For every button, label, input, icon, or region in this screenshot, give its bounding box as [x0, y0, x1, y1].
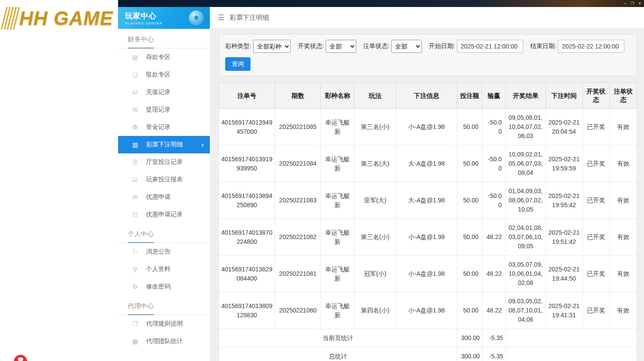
sidebar-section-title: 个人中心 — [118, 223, 210, 243]
summary-row: 当前页统计300.00-5.35 — [219, 329, 637, 347]
sidebar-item-label: 提现记录 — [146, 106, 171, 114]
brand-logo: HH GAME — [3, 7, 113, 30]
page-title: 彩票下注明细 — [230, 14, 269, 22]
end-date-label: 结束日期: — [530, 42, 557, 50]
sidebar-item-promo-apply[interactable]: ✉优惠申请 — [118, 188, 210, 206]
lottery-type-filter: 彩种类型: 全部彩种 — [225, 40, 291, 53]
table-cell: 亚军(大) — [354, 182, 396, 219]
start-date-input[interactable] — [457, 40, 523, 53]
table-cell: 48.22 — [482, 256, 506, 292]
table-cell: 50.00 — [457, 109, 482, 146]
menu-toggle-icon[interactable]: ☰ — [218, 13, 224, 22]
column-header: 玩法 — [354, 83, 396, 109]
table-cell: 幸运飞艇新 — [321, 219, 354, 256]
table-cell: 48.22 — [482, 219, 506, 256]
table-cell: 已开奖 — [582, 109, 609, 146]
table-cell: 已开奖 — [582, 219, 609, 256]
table-cell: 小-A盘@1.98 — [396, 292, 457, 329]
table-cell: 冠军(小) — [354, 256, 396, 292]
summary-cell: 总统计 — [219, 347, 457, 361]
main-content: ☰ 彩票下注明细 彩种类型: 全部彩种 开奖状态: 全部 — [210, 7, 644, 361]
logo-panel: HH GAME — [0, 0, 118, 361]
sidebar-item-label: 优惠申请 — [146, 193, 171, 201]
sidebar-item-deposit-zone[interactable]: ▤存款专区 — [118, 49, 210, 66]
table-row: 40156917401380912983020250221080幸运飞艇新第四名… — [219, 292, 637, 329]
maximize-icon[interactable]: ❐ — [630, 1, 634, 6]
withdraw-icon: ❏ — [131, 71, 139, 78]
table-cell: 2025-02-21 19:55:42 — [546, 182, 582, 219]
table-header-row: 注单号期数彩种名称玩法下注信息投注额输赢开奖结果下注时间开奖状态注单状态 — [219, 83, 637, 109]
filter-actions-row: 查询 — [225, 57, 630, 71]
floating-service-icon[interactable] — [14, 355, 27, 361]
table-cell: 401569174013870224800 — [219, 219, 275, 256]
sidebar-item-promo-apply-records[interactable]: ☷优惠申请记录 — [118, 206, 210, 223]
stats-icon: ▦ — [131, 338, 139, 345]
sidebar-item-hall-bet-records[interactable]: ☰厅室投注记录 — [118, 153, 210, 171]
hall-records-icon: ☰ — [131, 159, 139, 166]
sidebar-item-agent-team-stats[interactable]: ▦代理团队统计 — [118, 333, 210, 350]
table-cell: -50.00 — [482, 109, 506, 146]
app-root: HH GAME ─❐✕ 玩家中心 PLAYERS CENTER 财务中心▤存款专… — [0, 0, 644, 361]
sidebar-header-text: 玩家中心 PLAYERS CENTER — [125, 11, 162, 25]
sidebar-item-withdraw-zone[interactable]: ❏取款专区 — [118, 66, 210, 83]
summary-cell: 当前页统计 — [219, 329, 457, 347]
query-button[interactable]: 查询 — [225, 57, 251, 71]
document-icon: ❐ — [131, 320, 139, 327]
table-cell: 第四名(小) — [354, 292, 396, 329]
table-cell: 第三名(小) — [354, 109, 396, 146]
sidebar-item-funds-records[interactable]: ⛃资金记录 — [118, 118, 210, 136]
table-row: 40156917401387022480020250221082幸运飞艇新第三名… — [219, 219, 637, 256]
promo-icon: ✉ — [131, 194, 139, 201]
summary-cell: 300.00 — [457, 329, 482, 347]
table-cell: 幸运飞艇新 — [321, 256, 354, 292]
column-header: 输赢 — [482, 83, 506, 109]
table-cell: 已开奖 — [582, 182, 609, 219]
table-cell: 有效 — [609, 219, 637, 256]
draw-status-select[interactable]: 全部 — [326, 40, 356, 53]
table-cell: 03,05,07,09,10,06,01,04,02,08 — [505, 256, 546, 292]
sidebar-item-label: 资金记录 — [146, 123, 171, 131]
table-cell: 20250221081 — [275, 256, 321, 292]
sidebar-item-change-password[interactable]: ⚙修改密码 — [118, 278, 210, 295]
recharge-icon: ⛁ — [131, 89, 139, 96]
table-row: 40156917401382908440020250221081幸运飞艇新冠军(… — [219, 256, 637, 292]
promo-records-icon: ☷ — [131, 211, 139, 218]
table-cell: 401569174013809129830 — [219, 292, 275, 329]
table-cell: 20250221085 — [275, 109, 321, 146]
table-cell: 50.00 — [457, 256, 482, 292]
sidebar-item-withdrawal-records[interactable]: ✉提现记录 — [118, 101, 210, 118]
table-cell: 20250221082 — [275, 219, 321, 256]
table-cell: 401569174013919939950 — [219, 146, 275, 182]
bell-icon: ⚐ — [131, 248, 139, 255]
column-header: 开奖结果 — [505, 83, 546, 109]
lottery-type-select[interactable]: 全部彩种 — [253, 40, 291, 53]
players-center-title: 玩家中心 — [125, 11, 162, 21]
minimize-icon[interactable]: ─ — [624, 1, 627, 6]
football-icon — [189, 10, 204, 25]
sidebar-item-announcements[interactable]: ⚐消息公告 — [118, 243, 210, 260]
sidebar-item-lottery-bet-details[interactable]: ▥彩票下注明细› — [118, 136, 210, 153]
table-cell: 50.00 — [457, 182, 482, 219]
sidebar-item-label: 充值记录 — [146, 88, 171, 96]
column-header: 彩种名称 — [321, 83, 354, 109]
bet-details-icon: ▥ — [131, 141, 139, 148]
sidebar-item-label: 修改密码 — [146, 283, 171, 291]
table-cell: 50.00 — [457, 292, 482, 329]
summary-cell — [505, 329, 637, 347]
table-cell: 2025-02-21 19:51:42 — [546, 219, 582, 256]
draw-status-label: 开奖状态: — [298, 42, 324, 50]
table-cell: 小-A盘@1.98 — [396, 219, 457, 256]
table-row: 40156917401394945700020250221085幸运飞艇新第三名… — [219, 109, 637, 146]
sidebar-item-profile[interactable]: ⚲个人资料 — [118, 260, 210, 278]
end-date-filter: 结束日期: — [530, 40, 625, 53]
report-icon: ☑ — [131, 176, 139, 183]
end-date-input[interactable] — [558, 40, 624, 53]
sidebar-item-agent-rules[interactable]: ❐代理规则说明 — [118, 315, 210, 333]
close-icon[interactable]: ✕ — [638, 1, 641, 6]
table-cell: 20250221080 — [275, 292, 321, 329]
bet-status-select[interactable]: 全部 — [391, 40, 422, 53]
sidebar-item-player-bet-report[interactable]: ☑玩家投注报表 — [118, 171, 210, 188]
table-cell: 2025-02-21 19:59:59 — [546, 146, 582, 182]
sidebar-item-recharge-records[interactable]: ⛁充值记录 — [118, 83, 210, 101]
table-cell: 50.00 — [457, 146, 482, 182]
